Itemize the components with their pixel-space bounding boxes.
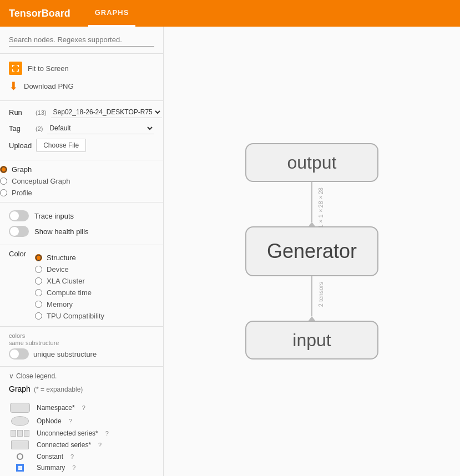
- legend-subtitle: (* = expandable): [34, 386, 83, 393]
- namespace-icon: [9, 403, 31, 413]
- color-device[interactable]: Device: [35, 264, 104, 275]
- run-select[interactable]: Sep02_18-26-24_DESKTOP-R75: [51, 107, 162, 118]
- summary-help[interactable]: ?: [72, 464, 75, 471]
- color-memory[interactable]: Memory: [35, 298, 104, 310]
- radio-conceptual[interactable]: Conceptual Graph: [0, 175, 163, 187]
- legend-namespace: Namespace* ?: [9, 401, 154, 414]
- color-structure-label: Structure: [47, 254, 76, 262]
- legend-unconnected: Unconnected series* ?: [9, 428, 154, 439]
- upload-row: Upload Choose File: [9, 139, 154, 152]
- radio-graph[interactable]: Graph: [0, 164, 163, 175]
- output-node-label: output: [287, 153, 337, 173]
- toggles-section: Trace inputs Show health pills: [0, 202, 163, 245]
- color-tpu[interactable]: TPU Compatibility: [35, 310, 104, 322]
- radio-profile-label: Profile: [12, 189, 32, 197]
- search-input[interactable]: [9, 33, 154, 47]
- legend-section: ∨ Close legend. Graph (* = expandable) N…: [0, 367, 163, 476]
- legend-connected-label: Connected series*: [37, 441, 91, 449]
- legend-constant: Constant ?: [9, 451, 154, 462]
- color-section: Color Structure Device XLA Cluster: [0, 245, 163, 327]
- unique-sub-toggle[interactable]: [9, 348, 29, 359]
- edge-top-label: 1×1×28×28: [317, 188, 324, 228]
- generator-node[interactable]: Generator: [245, 226, 378, 276]
- legend-summary: ▦ Summary ?: [9, 462, 154, 473]
- tag-row: Tag (2) Default: [9, 123, 154, 134]
- trace-inputs-label: Trace inputs: [34, 212, 74, 220]
- app-logo: TensorBoard: [9, 8, 70, 19]
- graphs-nav-item[interactable]: GRAPHS: [88, 0, 136, 27]
- search-section: [0, 27, 163, 54]
- download-png-button[interactable]: ⬇ Download PNG: [9, 77, 154, 95]
- constant-help[interactable]: ?: [70, 453, 74, 460]
- health-pills-label: Show health pills: [34, 227, 89, 236]
- fit-to-screen-button[interactable]: Fit to Screen: [9, 59, 154, 77]
- run-tag-section: Run (13) Sep02_18-26-24_DESKTOP-R75 Tag …: [0, 101, 163, 160]
- edge-bottom-line: [311, 276, 312, 316]
- run-label: Run: [9, 108, 31, 117]
- colors-label: colors: [9, 332, 25, 339]
- legend-connected: Connected series* ?: [9, 439, 154, 451]
- color-xla[interactable]: XLA Cluster: [35, 275, 104, 287]
- color-tpu-label: TPU Compatibility: [47, 312, 104, 320]
- legend-opnode-label: OpNode: [37, 417, 62, 425]
- legend-constant-label: Constant: [37, 453, 63, 460]
- trace-inputs-toggle[interactable]: [9, 210, 29, 221]
- color-compute[interactable]: Compute time: [35, 287, 104, 298]
- trace-inputs-row: Trace inputs: [9, 208, 154, 224]
- color-device-label: Device: [47, 265, 69, 274]
- graph-area: output 1×1×28×28 Generator 2 tensors inp…: [164, 27, 460, 476]
- color-structure[interactable]: Structure: [35, 252, 104, 264]
- edge-bottom: 2 tensors: [309, 276, 315, 321]
- fit-icon: [9, 62, 22, 75]
- summary-icon: ▦: [9, 464, 31, 472]
- color-memory-label: Memory: [47, 300, 73, 308]
- graph-nodes: output 1×1×28×28 Generator 2 tensors inp…: [245, 143, 378, 359]
- connected-help[interactable]: ?: [98, 442, 102, 448]
- connected-icon: [9, 440, 31, 449]
- radio-conceptual-label: Conceptual Graph: [12, 177, 70, 185]
- sidebar: Fit to Screen ⬇ Download PNG Run (13) Se…: [0, 27, 164, 476]
- namespace-help[interactable]: ?: [82, 404, 85, 411]
- opnode-help[interactable]: ?: [69, 418, 72, 424]
- legend-dataflow: Dataflow edge ?: [9, 473, 154, 476]
- main-layout: Fit to Screen ⬇ Download PNG Run (13) Se…: [0, 27, 460, 476]
- graph-type-section: Graph Conceptual Graph Profile: [0, 160, 163, 202]
- unconnected-icon: [9, 430, 31, 437]
- close-legend-button[interactable]: ∨ Close legend.: [9, 372, 154, 380]
- input-node[interactable]: input: [245, 321, 378, 359]
- tag-count: (2): [36, 125, 43, 132]
- unconnected-help[interactable]: ?: [105, 430, 109, 437]
- color-compute-label: Compute time: [47, 288, 92, 297]
- legend-summary-label: Summary: [37, 464, 65, 472]
- run-row: Run (13) Sep02_18-26-24_DESKTOP-R75: [9, 107, 154, 118]
- constant-icon: [9, 453, 31, 460]
- tag-select[interactable]: Default: [47, 123, 154, 134]
- arrow-up-top: [309, 222, 315, 226]
- color-options: Structure Device XLA Cluster Compute tim…: [35, 250, 104, 322]
- same-sub-row: same substructure: [9, 340, 154, 346]
- same-sub-label: same substructure: [9, 340, 59, 346]
- legend-unconnected-label: Unconnected series*: [37, 429, 98, 437]
- color-xla-label: XLA Cluster: [47, 277, 85, 285]
- run-count: (13): [36, 109, 47, 116]
- radio-graph-label: Graph: [12, 165, 32, 174]
- tag-label: Tag: [9, 124, 31, 133]
- summary-shape: ▦: [16, 464, 24, 472]
- arrow-up-bottom: [309, 316, 315, 321]
- health-pills-row: Show health pills: [9, 224, 154, 239]
- substructure-section: colors same substructure unique substruc…: [0, 327, 163, 367]
- generator-node-label: Generator: [267, 240, 357, 263]
- health-pills-toggle[interactable]: [9, 226, 29, 237]
- header: TensorBoard GRAPHS: [0, 0, 460, 27]
- upload-label: Upload: [9, 141, 32, 150]
- unique-sub-label: unique substructure: [33, 350, 97, 358]
- legend-title: Graph: [9, 384, 31, 393]
- tools-section: Fit to Screen ⬇ Download PNG: [0, 54, 163, 101]
- input-node-label: input: [292, 330, 331, 351]
- unique-sub-row: unique substructure: [9, 348, 154, 359]
- choose-file-button[interactable]: Choose File: [36, 139, 86, 152]
- radio-profile[interactable]: Profile: [0, 187, 163, 199]
- download-icon: ⬇: [9, 79, 18, 93]
- output-node[interactable]: output: [245, 143, 378, 182]
- edge-top: 1×1×28×28: [309, 182, 315, 226]
